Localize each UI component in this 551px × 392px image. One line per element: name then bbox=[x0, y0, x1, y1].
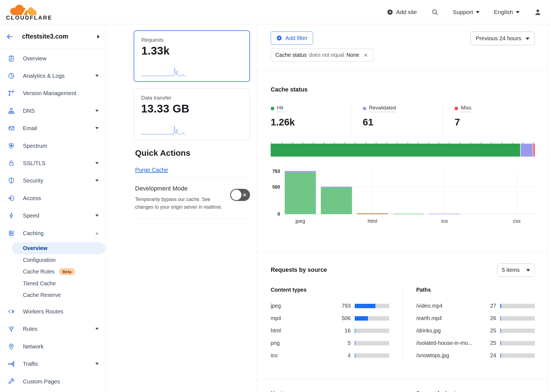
site-switcher[interactable]: cftestsite3.com bbox=[0, 24, 106, 49]
login-arrow-icon bbox=[8, 195, 15, 202]
y-tick-label: 500 bbox=[272, 184, 280, 190]
remove-filter-icon[interactable] bbox=[363, 52, 369, 58]
cloudflare-dashboard: CLOUDFLARE Add site Support English bbox=[0, 0, 551, 392]
shield-icon bbox=[8, 177, 15, 184]
sidebar-item-rules[interactable]: Rules bbox=[0, 320, 106, 338]
sidebar-item-email[interactable]: Email bbox=[0, 120, 106, 137]
list-item[interactable]: png 5 bbox=[271, 337, 389, 349]
time-range-dropdown[interactable]: Previous 24 hours bbox=[471, 31, 535, 45]
purge-cache-link[interactable]: Purge Cache bbox=[135, 167, 168, 173]
data-transfer-card[interactable]: Data transfer 13.33 GB bbox=[134, 88, 250, 140]
cache-status-title: Cache status bbox=[271, 86, 535, 93]
sidebar-item-custom-pages[interactable]: Custom Pages bbox=[0, 373, 106, 390]
cloudflare-logo[interactable]: CLOUDFLARE bbox=[6, 3, 52, 21]
x-tick-label: html bbox=[354, 218, 391, 224]
revalidated-label[interactable]: Revalidated bbox=[369, 105, 396, 112]
sidebar-item-overview[interactable]: Overview bbox=[0, 50, 106, 67]
sidebar-item-traffic[interactable]: Traffic bbox=[0, 355, 106, 372]
row-label: ico bbox=[271, 352, 334, 359]
hosts-heading: Hosts bbox=[271, 390, 389, 392]
sidebar-item-caching[interactable]: Caching bbox=[0, 224, 106, 242]
subitem-cache-rules[interactable]: Cache Rules Beta bbox=[0, 266, 106, 278]
subitem-label: Configuration bbox=[23, 257, 56, 263]
paths-heading: Paths bbox=[416, 287, 535, 293]
subitem-caching-configuration[interactable]: Configuration bbox=[0, 254, 106, 266]
list-item[interactable]: html 16 bbox=[271, 324, 389, 337]
back-arrow-icon[interactable] bbox=[6, 33, 14, 41]
list-item[interactable]: mp4 506 bbox=[271, 312, 389, 324]
chart-column: jpeg bbox=[282, 171, 318, 214]
chevron-down-icon bbox=[95, 328, 99, 330]
sidebar-item-network[interactable]: Network bbox=[0, 338, 106, 355]
filter-section: Add filter Cache status does not equal N… bbox=[257, 24, 547, 70]
bar-segment bbox=[321, 187, 352, 214]
x-tick-label: jpeg bbox=[282, 218, 318, 224]
requests-card[interactable]: Requests 1.33k bbox=[134, 30, 250, 82]
subitem-caching-overview[interactable]: Overview bbox=[12, 242, 105, 254]
chevron-right-icon bbox=[96, 34, 100, 39]
filter-chip-cache-status[interactable]: Cache status does not equal None bbox=[271, 49, 373, 61]
list-item[interactable]: jpeg 793 bbox=[271, 300, 389, 312]
content-types-heading: Content types bbox=[271, 287, 389, 293]
content-type-column-chart: 793 500 0 jpeghtmlicocss bbox=[271, 171, 535, 214]
row-label: png bbox=[271, 340, 334, 346]
sidebar-item-access[interactable]: Access bbox=[0, 189, 106, 207]
bar-track bbox=[355, 304, 389, 308]
sidebar-item-dns[interactable]: DNS bbox=[0, 102, 106, 119]
content-types-column: Content types jpeg 793 mp4 506 html bbox=[271, 287, 403, 362]
row-value: 27 bbox=[479, 303, 496, 309]
requests-by-source-title: Requests by source bbox=[271, 267, 327, 273]
row-label: /earth.mp4 bbox=[416, 315, 479, 321]
sidebar-item-spectrum[interactable]: Spectrum bbox=[0, 137, 106, 154]
language-menu[interactable]: English bbox=[494, 9, 520, 15]
sidebar-item-security[interactable]: Security bbox=[0, 172, 106, 189]
row-label: /drinks.jpg bbox=[416, 327, 479, 334]
row-value: 4 bbox=[334, 352, 351, 359]
lock-icon bbox=[8, 160, 15, 167]
data-transfer-card-value: 13.33 GB bbox=[141, 103, 243, 115]
server-stack-icon bbox=[8, 230, 15, 237]
development-mode-toggle[interactable] bbox=[230, 189, 250, 201]
y-tick-label: 793 bbox=[272, 169, 280, 174]
chart-column bbox=[463, 171, 499, 214]
subitem-tiered-cache[interactable]: Tiered Cache bbox=[0, 278, 106, 289]
row-value: 26 bbox=[479, 315, 496, 321]
list-item[interactable]: /earth.mp4 26 bbox=[416, 312, 535, 324]
list-item[interactable]: /video.mp4 27 bbox=[416, 300, 535, 312]
sidebar-item-workers-routes[interactable]: Workers Routes bbox=[0, 303, 106, 320]
sidebar-item-version-management[interactable]: Version Management bbox=[0, 85, 106, 102]
chart-column: html bbox=[354, 171, 391, 214]
list-item[interactable]: /isolated-house-in-mo... 25 bbox=[416, 337, 535, 349]
sidebar-nav: Overview Analytics & Logs Version Manage… bbox=[0, 49, 106, 390]
hit-value: 1.26k bbox=[271, 117, 351, 128]
sidebar-item-speed[interactable]: Speed bbox=[0, 207, 106, 224]
search-icon[interactable] bbox=[431, 9, 439, 16]
miss-segment bbox=[533, 144, 535, 157]
row-value: 24 bbox=[479, 352, 496, 359]
divider bbox=[135, 178, 250, 178]
sidebar-item-ssl-tls[interactable]: SSL/TLS bbox=[0, 154, 106, 172]
list-item[interactable]: /drinks.jpg 25 bbox=[416, 324, 535, 337]
bar-segment bbox=[285, 173, 316, 214]
support-menu[interactable]: Support bbox=[453, 9, 480, 15]
list-item[interactable]: ico 4 bbox=[271, 349, 389, 362]
items-count-dropdown[interactable]: 5 items bbox=[497, 263, 535, 277]
chart-column bbox=[318, 171, 354, 214]
pie-chart-icon bbox=[8, 72, 15, 79]
user-account-icon[interactable] bbox=[534, 8, 542, 16]
add-filter-button[interactable]: Add filter bbox=[271, 31, 313, 45]
row-value: 25 bbox=[479, 327, 496, 334]
subitem-cache-reserve[interactable]: Cache Reserve bbox=[0, 289, 106, 301]
list-item[interactable]: /snowtops.jpg 24 bbox=[416, 349, 535, 362]
miss-label[interactable]: Miss bbox=[461, 105, 471, 112]
sidebar-item-label: DNS bbox=[23, 108, 95, 114]
add-site-button[interactable]: Add site bbox=[387, 9, 417, 15]
development-mode-row: Development Mode Temporarily bypass our … bbox=[134, 185, 250, 211]
sidebar-item-analytics-logs[interactable]: Analytics & Logs bbox=[0, 67, 106, 84]
bar-segment bbox=[393, 214, 424, 214]
location-pin-icon bbox=[8, 343, 15, 350]
items-count-label: 5 items bbox=[502, 267, 520, 273]
hit-label[interactable]: Hit bbox=[277, 105, 283, 112]
bar-track bbox=[355, 341, 389, 345]
requests-sparkline bbox=[141, 64, 186, 77]
